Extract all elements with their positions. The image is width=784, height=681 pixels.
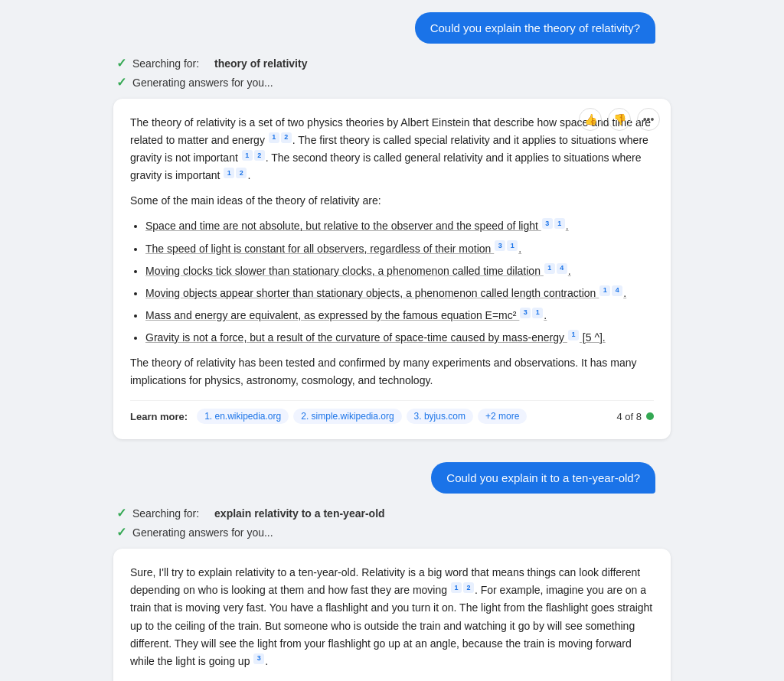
pagination: 4 of 8 bbox=[616, 411, 654, 422]
list-header: Some of the main ideas of the theory of … bbox=[130, 192, 654, 210]
source-chip-3[interactable]: 3. byjus.com bbox=[407, 409, 473, 424]
thumbup-button[interactable]: 👍 bbox=[579, 108, 602, 131]
ideas-list: Space and time are not absolute, but rel… bbox=[145, 217, 654, 347]
status-generating-1: ✓ Generating answers for you... bbox=[113, 75, 671, 90]
chat-container: Could you explain the theory of relativi… bbox=[101, 12, 683, 681]
list-item: Moving objects appear shorter than stati… bbox=[145, 285, 654, 302]
pagination-text: 4 of 8 bbox=[616, 411, 642, 422]
source-chip-2[interactable]: 2. simple.wikipedia.org bbox=[293, 409, 401, 424]
check-icon-3: ✓ bbox=[116, 506, 126, 520]
answer-text-2: Sure, I'll try to explain relativity to … bbox=[130, 564, 654, 681]
user-bubble-1: Could you explain the theory of relativi… bbox=[415, 12, 655, 44]
check-icon-2: ✓ bbox=[116, 75, 126, 90]
list-item: Moving clocks tick slower than stationar… bbox=[145, 262, 654, 280]
answer-card-actions: 👍 👎 ••• bbox=[579, 108, 660, 131]
answer-intro: The theory of relativity is a set of two… bbox=[130, 114, 654, 184]
status-text-1a: Searching for: bbox=[132, 57, 199, 70]
list-item: Mass and energy are equivalent, as expre… bbox=[145, 307, 654, 324]
more-button[interactable]: ••• bbox=[637, 108, 660, 131]
status-text-1b: Generating answers for you... bbox=[132, 77, 273, 89]
status-text-2b: Generating answers for you... bbox=[132, 526, 273, 539]
status-searching-1: ✓ Searching for: theory of relativity bbox=[113, 56, 671, 70]
source-chip-more[interactable]: +2 more bbox=[478, 409, 527, 424]
learn-more-section: Learn more: 1. en.wikipedia.org 2. simpl… bbox=[130, 409, 527, 424]
user-message-2-wrapper: Could you explain it to a ten-year-old? bbox=[113, 462, 671, 494]
answer-text-1: The theory of relativity is a set of two… bbox=[130, 114, 654, 389]
pagination-dot bbox=[646, 412, 654, 420]
status-searching-2: ✓ Searching for: explain relativity to a… bbox=[113, 506, 671, 520]
status-generating-2: ✓ Generating answers for you... bbox=[113, 525, 671, 539]
status-bold-2a: explain relativity to a ten-year-old bbox=[214, 507, 385, 520]
check-icon-1: ✓ bbox=[116, 56, 126, 70]
learn-more-label: Learn more: bbox=[130, 411, 188, 422]
list-item: Space and time are not absolute, but rel… bbox=[145, 217, 654, 235]
user-message-1-wrapper: Could you explain the theory of relativi… bbox=[113, 12, 671, 44]
thumbdown-button[interactable]: 👎 bbox=[608, 108, 631, 131]
answer-card-2: Sure, I'll try to explain relativity to … bbox=[113, 549, 671, 681]
source-links: 1. en.wikipedia.org 2. simple.wikipedia.… bbox=[197, 409, 527, 424]
check-icon-4: ✓ bbox=[116, 525, 126, 539]
user-bubble-2: Could you explain it to a ten-year-old? bbox=[431, 462, 655, 494]
answer-2-para-2: This means that you and the person outsi… bbox=[130, 678, 654, 681]
source-chip-1[interactable]: 1. en.wikipedia.org bbox=[197, 409, 289, 424]
list-item: The speed of light is constant for all o… bbox=[145, 240, 654, 258]
list-item: Gravity is not a force, but a result of … bbox=[145, 329, 654, 347]
answer-card-1: 👍 👎 ••• The theory of relativity is a se… bbox=[113, 99, 671, 439]
status-bold-1a: theory of relativity bbox=[214, 57, 307, 70]
status-text-2a: Searching for: bbox=[132, 507, 199, 520]
answer-closing: The theory of relativity has been tested… bbox=[130, 354, 654, 389]
learn-more-bar: Learn more: 1. en.wikipedia.org 2. simpl… bbox=[130, 400, 654, 424]
answer-2-para-1: Sure, I'll try to explain relativity to … bbox=[130, 564, 654, 670]
